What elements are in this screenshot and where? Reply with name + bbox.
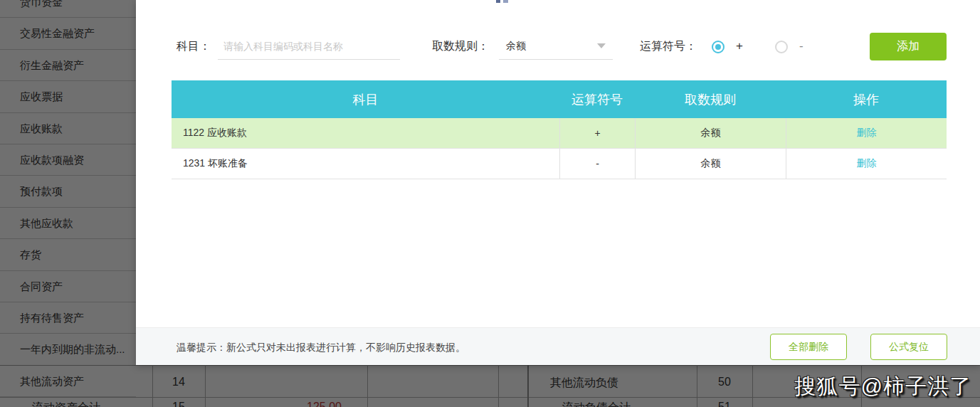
table-row: 1122 应收账款 + 余额 删除 (172, 118, 947, 149)
subject-cell: 1231 坏账准备 (172, 149, 559, 179)
rule-select[interactable]: 余额 (499, 33, 613, 60)
rule-label: 取数规则： (432, 39, 489, 54)
operator-minus-radio[interactable] (775, 41, 788, 53)
header-subject: 科目 (172, 80, 559, 118)
rule-cell: 余额 (635, 118, 786, 148)
rule-select-value: 余额 (499, 40, 597, 53)
rule-cell: 余额 (635, 149, 786, 179)
delete-link[interactable]: 删除 (857, 127, 877, 139)
table-row: 1231 坏账准备 - 余额 删除 (172, 149, 947, 179)
subject-cell: 1122 应收账款 (172, 118, 559, 148)
delete-link[interactable]: 删除 (857, 157, 877, 170)
clipped-title-fragment (496, 0, 500, 3)
formula-reset-button[interactable]: 公式复位 (870, 334, 947, 360)
operator-minus-label[interactable]: - (799, 39, 804, 53)
delete-all-button[interactable]: 全部删除 (770, 334, 847, 360)
clipped-title-fragment (503, 0, 508, 3)
subject-input[interactable] (218, 41, 400, 52)
operator-plus-radio[interactable] (712, 41, 725, 53)
operator-plus-label[interactable]: + (736, 39, 743, 53)
formula-table: 科目 运算符号 取数规则 操作 1122 应收账款 + 余额 删除 1231 坏… (172, 80, 947, 179)
watermark: 搜狐号@柿子洪了 (795, 372, 971, 401)
operator-cell: + (559, 118, 635, 148)
chevron-down-icon (597, 43, 606, 48)
formula-table-header: 科目 运算符号 取数规则 操作 (172, 80, 947, 118)
subject-label: 科目： (176, 39, 211, 54)
radio-dot-icon (715, 44, 721, 50)
add-button[interactable]: 添加 (870, 33, 947, 60)
header-action: 操作 (786, 80, 947, 118)
footer-tip: 温馨提示：新公式只对未出报表进行计算，不影响历史报表数据。 (176, 342, 465, 354)
header-rule: 取数规则 (635, 80, 786, 118)
formula-editor-dialog: 科目： 取数规则： 余额 运算符号： + - 添加 科目 运算符号 取数规则 操… (136, 0, 980, 365)
header-operator: 运算符号 (559, 80, 635, 118)
operator-cell: - (559, 149, 635, 179)
operator-label: 运算符号： (640, 39, 697, 54)
subject-input-wrap (218, 33, 400, 60)
modal-footer: 温馨提示：新公式只对未出报表进行计算，不影响历史报表数据。 全部删除 公式复位 (136, 327, 980, 365)
